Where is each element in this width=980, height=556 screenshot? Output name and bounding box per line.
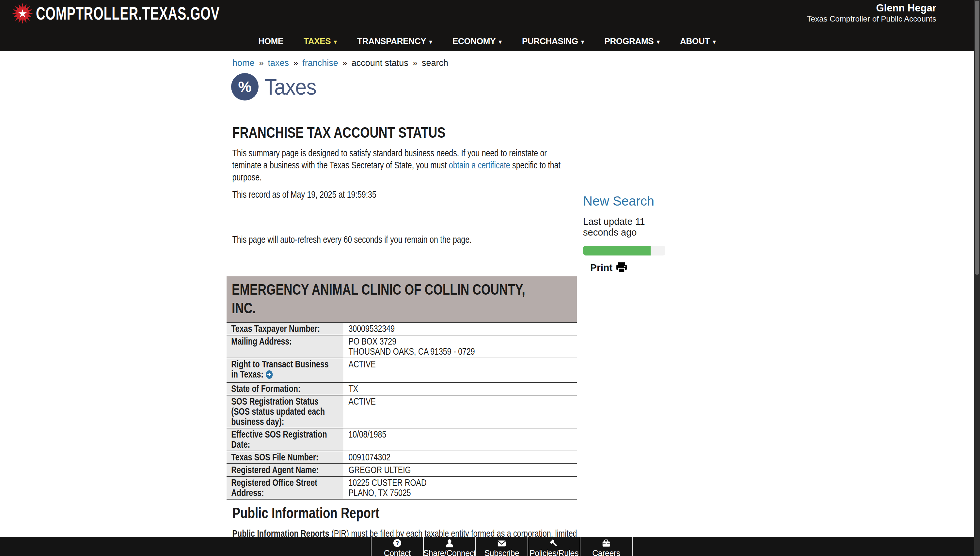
field-value: GREGOR ULTEIG bbox=[343, 464, 577, 476]
field-value-line: 10/08/1985 bbox=[348, 429, 572, 440]
nav-item-programs[interactable]: PROGRAMS▾ bbox=[604, 36, 660, 46]
field-value: TX bbox=[343, 383, 577, 395]
sidebar: New Search Last update 11 seconds ago Pr… bbox=[583, 194, 681, 273]
field-label: Effective SOS Registration Date: bbox=[227, 428, 343, 451]
footer-item-label: Share/Connect bbox=[423, 548, 476, 556]
table-row: Mailing Address:PO BOX 3729THOUSAND OAKS… bbox=[227, 335, 577, 358]
field-label-text: SOS Registration Status (SOS status upda… bbox=[231, 396, 325, 427]
percent-icon: % bbox=[231, 73, 259, 100]
field-label-text: Right to Transact Business in Texas: bbox=[231, 359, 329, 380]
field-label-text: State of Formation: bbox=[231, 383, 300, 394]
field-label-text: Texas Taxpayer Number: bbox=[231, 323, 320, 334]
breadcrumb-separator: » bbox=[413, 58, 418, 68]
scrollbar-thumb[interactable] bbox=[975, 1, 979, 275]
field-label: Mailing Address: bbox=[227, 335, 343, 357]
site-logo[interactable]: COMPTROLLER.TEXAS.GOV bbox=[12, 3, 291, 24]
envelope-icon bbox=[497, 538, 507, 548]
nav-item-label: HOME bbox=[258, 36, 283, 46]
question-circle-icon: ? bbox=[392, 538, 402, 548]
nav-item-label: PURCHASING bbox=[522, 36, 578, 46]
nav-item-label: ECONOMY bbox=[452, 36, 496, 46]
field-label: Texas SOS File Number: bbox=[227, 451, 343, 463]
footer-item-contact[interactable]: ?Contact bbox=[371, 537, 423, 556]
obtain-certificate-link[interactable]: obtain a certificate bbox=[449, 160, 510, 170]
table-row: Effective SOS Registration Date:10/08/19… bbox=[227, 428, 577, 451]
main-nav: HOMETAXES▾TRANSPARENCY▾ECONOMY▾PURCHASIN… bbox=[0, 31, 974, 51]
field-value-line: TX bbox=[348, 384, 572, 394]
breadcrumb-home[interactable]: home bbox=[232, 58, 254, 68]
last-update-text: Last update 11 seconds ago bbox=[583, 217, 681, 238]
table-row: Right to Transact Business in Texas:ACTI… bbox=[227, 358, 577, 383]
chevron-down-icon: ▾ bbox=[656, 38, 660, 46]
field-label: Right to Transact Business in Texas: bbox=[227, 358, 343, 382]
auto-refresh-note: This page will auto-refresh every 60 sec… bbox=[232, 234, 577, 245]
footer-item-careers[interactable]: Careers bbox=[580, 537, 633, 556]
breadcrumb-account-status: account status bbox=[352, 58, 408, 68]
breadcrumb-franchise[interactable]: franchise bbox=[302, 58, 338, 68]
field-value-line: THOUSAND OAKS, CA 91359 - 0729 bbox=[348, 346, 572, 357]
record-timestamp: This record as of May 19, 2025 at 19:59:… bbox=[232, 189, 577, 200]
field-value-line: 0091074302 bbox=[348, 452, 572, 462]
chevron-down-icon: ▾ bbox=[429, 38, 432, 46]
chevron-down-icon: ▾ bbox=[334, 38, 337, 46]
page-title: Taxes bbox=[264, 74, 316, 100]
field-value-line: 30009532349 bbox=[348, 324, 572, 334]
footer-item-label: Subscribe bbox=[484, 548, 519, 556]
print-label: Print bbox=[590, 262, 612, 273]
field-label: Texas Taxpayer Number: bbox=[227, 323, 343, 335]
new-search-link[interactable]: New Search bbox=[583, 194, 681, 208]
footer-item-label: Policies/Rules bbox=[530, 548, 578, 556]
person-icon bbox=[445, 538, 454, 548]
nav-item-purchasing[interactable]: PURCHASING▾ bbox=[522, 36, 584, 46]
table-row: Registered Office Street Address:10225 C… bbox=[227, 477, 577, 499]
nav-item-label: ABOUT bbox=[680, 36, 710, 46]
field-value: ACTIVE bbox=[343, 396, 577, 428]
field-value: 10/08/1985 bbox=[343, 428, 577, 451]
arrow-circle-right-icon[interactable] bbox=[266, 370, 272, 381]
field-label-text: Mailing Address: bbox=[231, 336, 292, 346]
field-value-line: GREGOR ULTEIG bbox=[348, 465, 572, 475]
table-row: SOS Registration Status (SOS status upda… bbox=[227, 396, 577, 428]
site-footer: ?ContactShare/ConnectSubscribePolicies/R… bbox=[0, 537, 974, 556]
scrollbar-track[interactable] bbox=[974, 0, 980, 556]
table-row: State of Formation:TX bbox=[227, 383, 577, 396]
nav-item-about[interactable]: ABOUT▾ bbox=[680, 36, 716, 46]
logo-text: COMPTROLLER.TEXAS.GOV bbox=[36, 3, 220, 24]
nav-item-home[interactable]: HOME bbox=[258, 36, 283, 46]
field-value-line: PLANO, TX 75025 bbox=[348, 488, 572, 498]
nav-item-economy[interactable]: ECONOMY▾ bbox=[452, 36, 502, 46]
breadcrumb-separator: » bbox=[259, 58, 264, 68]
chevron-down-icon: ▾ bbox=[581, 38, 584, 46]
nav-item-label: TAXES bbox=[304, 36, 331, 46]
franchise-status-heading: FRANCHISE TAX ACCOUNT STATUS bbox=[232, 123, 577, 141]
breadcrumb-separator: » bbox=[342, 58, 347, 68]
nav-item-label: TRANSPARENCY bbox=[357, 36, 426, 46]
entity-name-bar: EMERGENCY ANIMAL CLINIC OF COLLIN COUNTY… bbox=[227, 276, 577, 322]
account-status-table: Texas Taxpayer Number:30009532349Mailing… bbox=[227, 322, 577, 499]
svg-text:?: ? bbox=[396, 540, 399, 546]
field-value-line: ACTIVE bbox=[348, 396, 572, 407]
footer-item-label: Contact bbox=[384, 548, 411, 556]
footer-item-share-connect[interactable]: Share/Connect bbox=[423, 537, 475, 556]
field-label: State of Formation: bbox=[227, 383, 343, 395]
footer-item-policies-rules[interactable]: Policies/Rules bbox=[528, 537, 580, 556]
field-value-line: PO BOX 3729 bbox=[348, 336, 572, 346]
breadcrumb-search: search bbox=[422, 58, 448, 68]
nav-item-transparency[interactable]: TRANSPARENCY▾ bbox=[357, 36, 432, 46]
breadcrumb-separator: » bbox=[293, 58, 298, 68]
table-row: Registered Agent Name:GREGOR ULTEIG bbox=[227, 464, 577, 477]
footer-item-subscribe[interactable]: Subscribe bbox=[475, 537, 528, 556]
breadcrumb-taxes[interactable]: taxes bbox=[268, 58, 289, 68]
table-row: Texas Taxpayer Number:30009532349 bbox=[227, 323, 577, 335]
refresh-progress-bar bbox=[583, 246, 665, 255]
nav-item-taxes[interactable]: TAXES▾ bbox=[304, 36, 337, 46]
field-value: 0091074302 bbox=[343, 451, 577, 463]
field-value-line: ACTIVE bbox=[348, 359, 572, 369]
intro-paragraph: This summary page is designed to satisfy… bbox=[232, 147, 576, 183]
refresh-progress-fill bbox=[583, 246, 651, 255]
print-button[interactable]: Print bbox=[590, 262, 681, 273]
footer-item-label: Careers bbox=[592, 548, 620, 556]
field-label-text: Texas SOS File Number: bbox=[231, 452, 318, 462]
site-header: COMPTROLLER.TEXAS.GOV Glenn Hegar Texas … bbox=[0, 0, 974, 51]
table-row: Texas SOS File Number:0091074302 bbox=[227, 451, 577, 464]
